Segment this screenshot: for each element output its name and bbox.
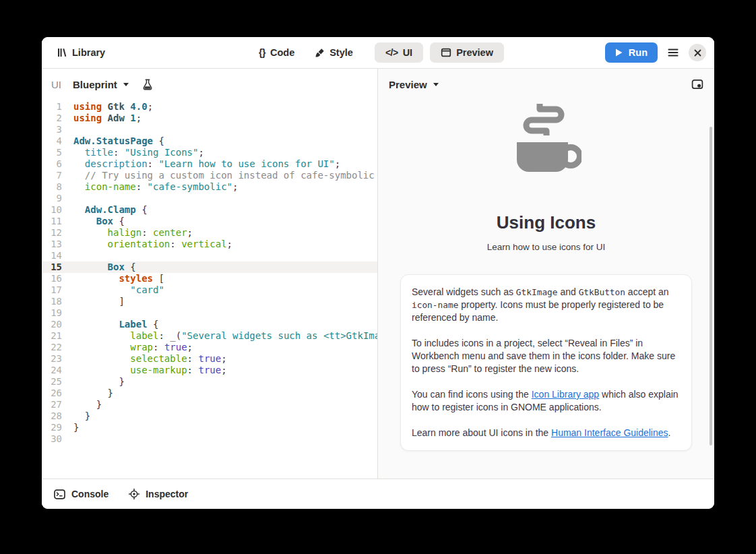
inline-code: icon-name — [412, 300, 458, 310]
line-number: 19 — [42, 307, 62, 319]
status-page-description: Learn how to use icons for UI — [487, 242, 606, 252]
code-line: 29} — [42, 422, 377, 433]
line-number: 2 — [42, 113, 62, 124]
text-link[interactable]: Icon Library app — [532, 389, 599, 400]
line-number: 29 — [42, 422, 62, 433]
editor-area[interactable]: 1using Gtk 4.0;2using Adw 1;34Adw.Status… — [42, 100, 377, 479]
hamburger-icon — [668, 48, 679, 57]
line-number: 4 — [42, 135, 62, 147]
code-icon: </> — [385, 47, 398, 58]
code-text: Box { — [73, 261, 136, 273]
code-line: 20 Label { — [42, 319, 377, 330]
line-number: 13 — [42, 239, 62, 250]
code-line: 19 — [42, 307, 377, 319]
card-text: and — [558, 286, 579, 297]
preview-dropdown-label: Preview — [389, 79, 427, 90]
status-page-title: Using Icons — [497, 212, 596, 233]
line-number: 10 — [42, 204, 62, 216]
view-label-ui: UI — [403, 47, 413, 58]
view-button-preview[interactable]: Preview — [430, 42, 504, 63]
view-button-style[interactable]: Style — [308, 42, 360, 63]
menu-button[interactable] — [668, 48, 679, 57]
line-number: 12 — [42, 227, 62, 239]
line-number: 6 — [42, 158, 62, 170]
editor-pane-header: UI Blueprint — [42, 69, 377, 100]
code-line: 22 wrap: true; — [42, 342, 377, 353]
code-line: 1using Gtk 4.0; — [42, 101, 377, 113]
code-text: } — [73, 388, 113, 399]
code-text: Adw.StatusPage { — [73, 135, 164, 147]
close-icon — [694, 49, 701, 57]
line-number: 21 — [42, 330, 62, 342]
library-label: Library — [72, 47, 105, 58]
run-label: Run — [629, 47, 648, 58]
play-icon — [615, 49, 623, 57]
view-button-code[interactable]: {} Code — [252, 42, 301, 63]
line-number: 28 — [42, 410, 62, 422]
code-line: 23 selectable: true; — [42, 353, 377, 365]
code-text: styles [ — [73, 273, 164, 284]
view-label-style: Style — [329, 47, 353, 58]
library-icon — [57, 47, 67, 58]
line-number: 17 — [42, 284, 62, 296]
line-number: 25 — [42, 376, 62, 388]
line-number: 20 — [42, 319, 62, 330]
code-text: selectable: true; — [73, 353, 227, 365]
cafe-symbolic-icon — [511, 103, 581, 181]
code-text: ] — [73, 296, 125, 307]
line-number: 18 — [42, 296, 62, 307]
library-button[interactable]: Library — [50, 42, 112, 63]
code-text: Label { — [73, 319, 158, 330]
inline-code: GtkImage — [516, 287, 558, 297]
run-button[interactable]: Run — [605, 42, 658, 63]
code-line: 5 title: "Using Icons"; — [42, 147, 377, 158]
card-text: You can find icons using the — [412, 389, 532, 400]
preview-dropdown[interactable]: Preview — [389, 79, 439, 90]
view-label-preview: Preview — [456, 47, 493, 58]
line-number: 30 — [42, 433, 62, 445]
code-text: "card" — [73, 284, 164, 296]
view-button-ui[interactable]: </> UI — [375, 42, 423, 63]
terminal-icon — [54, 489, 65, 499]
info-card: Several widgets such as GtkImage and Gtk… — [400, 274, 692, 451]
code-line: 11 Box { — [42, 216, 377, 227]
code-text: label: _("Several widgets such as <tt>Gt… — [73, 330, 377, 342]
chevron-down-icon — [433, 82, 439, 87]
card-paragraph: Several widgets such as GtkImage and Gtk… — [412, 286, 681, 324]
code-line: 28 } — [42, 410, 377, 422]
language-label: UI — [51, 79, 61, 90]
chevron-down-icon — [123, 82, 129, 87]
editor-pane: UI Blueprint 1using Gtk 4.0;2using A — [42, 69, 378, 479]
screenshot-button[interactable] — [691, 79, 703, 90]
close-button[interactable] — [689, 44, 706, 61]
status-page: Using Icons Learn how to use icons for U… — [378, 100, 714, 479]
code-line: 27 } — [42, 399, 377, 410]
card-text: Learn more about UI icons in the — [412, 427, 551, 438]
code-text: } — [73, 376, 125, 388]
code-text: wrap: true; — [73, 342, 193, 353]
editor-lines: 1using Gtk 4.0;2using Adw 1;34Adw.Status… — [42, 101, 377, 445]
code-line: 4Adw.StatusPage { — [42, 135, 377, 147]
code-text: using Gtk 4.0; — [73, 101, 153, 113]
console-button[interactable]: Console — [54, 489, 108, 499]
target-icon — [129, 489, 139, 499]
code-text: Box { — [73, 216, 125, 227]
code-line: 16 styles [ — [42, 273, 377, 284]
code-line: 25 } — [42, 376, 377, 388]
line-number: 22 — [42, 342, 62, 353]
screenshot-icon — [691, 79, 703, 90]
syntax-dropdown[interactable]: Blueprint — [73, 79, 129, 90]
code-text: using Adw 1; — [73, 113, 141, 124]
preview-scrollbar[interactable] — [710, 127, 712, 445]
code-line: 14 — [42, 250, 377, 261]
code-line: 18 ] — [42, 296, 377, 307]
line-number: 8 — [42, 181, 62, 193]
card-text: . — [668, 427, 671, 438]
line-number: 27 — [42, 399, 62, 410]
code-text: } — [73, 422, 79, 433]
code-line: 26 } — [42, 388, 377, 399]
text-link[interactable]: Human Interface Guidelines — [551, 427, 668, 438]
inspector-button[interactable]: Inspector — [129, 489, 188, 499]
line-number: 9 — [42, 193, 62, 204]
experimental-flask-button[interactable] — [142, 79, 153, 90]
